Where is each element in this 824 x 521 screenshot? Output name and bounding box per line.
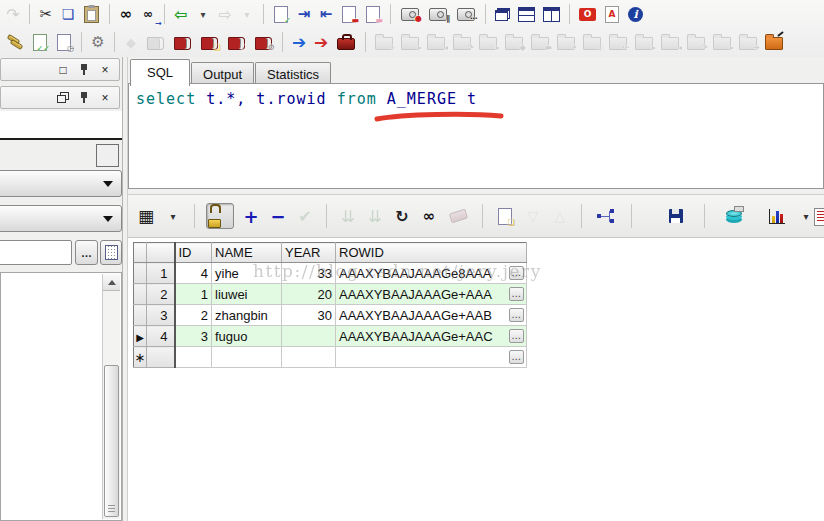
folder-undo-dots-icon[interactable]: ↷ xyxy=(687,37,705,50)
macro-play-icon[interactable]: ⋯ xyxy=(457,8,475,21)
row-indicator-cell[interactable]: ∗ xyxy=(134,347,147,368)
single-record-view-icon[interactable] xyxy=(597,209,614,223)
panel-square-button[interactable] xyxy=(96,144,119,167)
export-results-icon[interactable] xyxy=(726,209,742,223)
restore-button[interactable] xyxy=(56,91,70,105)
cell-id[interactable]: 1 xyxy=(175,284,212,305)
new-window-checklist-icon[interactable]: ✓✓ xyxy=(33,34,47,51)
chart-caret-icon[interactable]: ▾ xyxy=(796,205,816,227)
cell-name[interactable]: yihe xyxy=(212,263,282,284)
folder-diamond-icon[interactable]: ◆ xyxy=(505,37,523,50)
eraser-icon[interactable] xyxy=(449,209,468,224)
row-indicator-cell[interactable] xyxy=(134,284,147,305)
cell-id[interactable]: 4 xyxy=(175,263,212,284)
left-list-scrollbar[interactable] xyxy=(102,274,120,519)
filter-input[interactable] xyxy=(0,240,72,265)
cell-year[interactable] xyxy=(282,326,336,347)
toolbox-icon[interactable] xyxy=(337,38,355,50)
cell-id[interactable]: 3 xyxy=(175,326,212,347)
syntax-check-icon[interactable]: ✓ xyxy=(274,6,288,23)
row-number-cell[interactable]: 2 xyxy=(147,284,175,305)
fetch-last-page-icon[interactable]: ⇊ xyxy=(365,205,385,227)
folder-prev-icon[interactable]: ◂ xyxy=(427,37,445,50)
logon-keys-icon[interactable] xyxy=(6,34,24,50)
explain-book-icon[interactable] xyxy=(147,37,164,50)
row-indicator-cell[interactable] xyxy=(134,263,147,284)
pin-button[interactable] xyxy=(77,63,91,77)
find-icon[interactable]: ∞ xyxy=(116,3,136,25)
cell-ellipsis-button[interactable]: … xyxy=(509,350,524,364)
cell-rowid[interactable]: AAAXYBAAJAAAGe+AAB… xyxy=(336,305,527,326)
cell-ellipsis-button[interactable]: … xyxy=(509,308,524,322)
cell-year[interactable]: 20 xyxy=(282,284,336,305)
cut-icon[interactable]: ✂ xyxy=(36,3,56,25)
cell-rowid[interactable]: … xyxy=(336,347,527,368)
tile-vertical-icon[interactable] xyxy=(543,7,560,22)
delete-record-icon[interactable]: − xyxy=(268,205,288,227)
grid-view-icon[interactable]: ▦ xyxy=(136,205,156,227)
forward-edit-icon[interactable]: ⇨ xyxy=(215,3,235,25)
pdf-icon[interactable]: A xyxy=(605,6,619,23)
unindent-icon[interactable]: ⇤ xyxy=(316,3,336,25)
cell-year[interactable]: 30 xyxy=(282,305,336,326)
cell-rowid[interactable]: AAAXYBAAJAAAGe8AAA… xyxy=(336,263,527,284)
folder-remove-icon[interactable]: ▬ xyxy=(531,37,549,50)
folder-open-icon[interactable]: ▸ xyxy=(401,37,419,50)
insert-record-icon[interactable]: + xyxy=(241,205,261,227)
forward-dropdown-caret-icon[interactable]: ▾ xyxy=(237,3,257,25)
report-icon[interactable] xyxy=(814,208,824,226)
preferences-wrench-icon[interactable]: ⚙ xyxy=(88,31,108,53)
tab-output[interactable]: Output xyxy=(191,62,254,84)
back-edit-icon[interactable]: ⇦ xyxy=(171,3,191,25)
scroll-up-button[interactable] xyxy=(103,274,120,291)
info-icon[interactable]: i xyxy=(628,7,643,22)
sql-editor[interactable]: select t.*, t.rowid from A_MERGE t xyxy=(128,83,824,189)
folder-search-icon[interactable]: ○ xyxy=(583,37,601,50)
folder-next-icon[interactable]: ▸ xyxy=(713,37,731,50)
cell-ellipsis-button[interactable]: … xyxy=(509,287,524,301)
cell-id[interactable] xyxy=(175,347,212,368)
row-number-cell[interactable]: 1 xyxy=(147,263,175,284)
folder-forward-icon[interactable]: ➔ xyxy=(739,37,757,50)
cell-id[interactable]: 2 xyxy=(175,305,212,326)
browse-button[interactable]: … xyxy=(75,240,98,265)
folder-key-icon[interactable] xyxy=(765,37,783,50)
manual-book-icon[interactable] xyxy=(174,37,191,50)
row-indicator-cell[interactable] xyxy=(134,305,147,326)
row-number-cell[interactable]: 3 xyxy=(147,305,175,326)
sort-descending-icon[interactable]: ▽ xyxy=(523,205,543,227)
object-filter-combobox[interactable] xyxy=(0,205,122,232)
tab-statistics[interactable]: Statistics xyxy=(255,62,331,84)
cell-ellipsis-button[interactable]: … xyxy=(509,329,524,343)
cell-rowid[interactable]: AAAXYBAAJAAAGe+AAA… xyxy=(336,284,527,305)
row-indicator-cell[interactable]: ▶ xyxy=(134,326,147,347)
manual-new-icon[interactable]: ❏ xyxy=(201,37,218,50)
folder-prev-dots-icon[interactable]: ◂ xyxy=(661,37,679,50)
row-number-cell[interactable] xyxy=(147,347,175,368)
manual-copy-icon[interactable]: ❏ xyxy=(228,37,245,50)
copy-data-icon[interactable]: ❏ xyxy=(498,208,512,225)
folder-dots-icon[interactable]: ⋯ xyxy=(609,37,627,50)
column-header-id[interactable]: ID xyxy=(175,243,212,263)
close-button-2[interactable]: × xyxy=(98,91,112,105)
cell-year[interactable]: 33 xyxy=(282,263,336,284)
cell-rowid[interactable]: AAAXYBAAJAAAGe+AAC… xyxy=(336,326,527,347)
back-dropdown-caret-icon[interactable]: ▾ xyxy=(193,3,213,25)
cell-name[interactable]: zhangbin xyxy=(212,305,282,326)
object-type-combobox[interactable] xyxy=(0,170,122,197)
column-header-year[interactable]: YEAR xyxy=(282,243,336,263)
object-browser-list[interactable] xyxy=(0,272,122,521)
pin-button-2[interactable] xyxy=(77,91,91,105)
folder-run-icon[interactable]: ▸ xyxy=(479,37,497,50)
macro-pause-icon[interactable]: ∥ xyxy=(429,8,447,21)
cell-name[interactable] xyxy=(212,347,282,368)
paste-icon[interactable] xyxy=(84,6,99,23)
folder-new-icon[interactable]: ✳ xyxy=(375,37,393,50)
filter-doc-button[interactable] xyxy=(100,240,122,265)
indent-icon[interactable]: ⇥ xyxy=(294,3,314,25)
oracle-home-icon[interactable]: O xyxy=(579,8,596,21)
column-header-name[interactable]: NAME xyxy=(212,243,282,263)
comment-icon[interactable]: ▬ xyxy=(342,6,356,23)
scrollbar-thumb[interactable] xyxy=(104,365,119,517)
cell-ellipsis-button[interactable]: … xyxy=(509,266,524,280)
